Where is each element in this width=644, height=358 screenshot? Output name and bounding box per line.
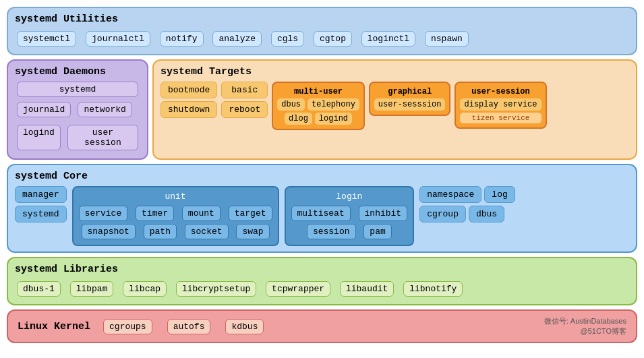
kernel-title: Linux Kernel [18, 321, 90, 332]
core-section: systemd Core manager systemd unit servic… [7, 164, 637, 253]
unit-box: unit service timer mount target snapshot… [72, 186, 279, 246]
lib-libnotify: libnotify [403, 281, 463, 297]
pill-notify: notify [160, 31, 204, 47]
login-pam: pam [363, 224, 391, 239]
multiuser-box: multi-user dbus telephony dlog logind [272, 82, 365, 130]
core-title: systemd Core [15, 171, 629, 182]
core-manager: manager [15, 186, 67, 203]
unit-label: unit [78, 191, 274, 202]
core-row: manager systemd unit service timer mount… [15, 186, 629, 246]
unit-mount: mount [182, 206, 221, 221]
target-dbus: dbus [277, 98, 305, 111]
lib-libaudit: libaudit [340, 281, 394, 297]
basic-col: bootmode shutdown [160, 82, 217, 118]
kernel-autofs: autofs [167, 319, 211, 334]
target-reboot: reboot [221, 101, 268, 118]
multiuser-row2: dlog logind [277, 113, 359, 125]
unit-path: path [144, 224, 177, 239]
daemons-section: systemd Daemons systemd journald network… [7, 59, 148, 160]
targets-grid: bootmode shutdown basic reboot multi-use… [160, 82, 629, 130]
utilities-pills: systemctl journalctl notify analyze cgls… [15, 29, 629, 49]
multiuser-row1: dbus telephony [277, 98, 359, 111]
utilities-section: systemd Utilities systemctl journalctl n… [7, 7, 637, 55]
unit-service: service [79, 206, 128, 221]
daemon-networkd: networkd [78, 102, 131, 117]
watermark: 微信号: AustinDatabases@51CTO博客 [544, 316, 626, 336]
targets-title: systemd Targets [160, 66, 629, 78]
pill-journalctl: journalctl [86, 31, 150, 47]
daemon-usersession: user session [67, 125, 138, 150]
pill-loginctl: loginctl [361, 31, 415, 47]
pill-analyze: analyze [212, 31, 262, 47]
core-right-col: namespace log cgroup dbus [419, 186, 515, 222]
core-right-row1: namespace log [419, 186, 515, 203]
kernel-cgroups: cgroups [103, 319, 152, 334]
daemons-targets-row: systemd Daemons systemd journald network… [7, 59, 637, 160]
graphical-inner: user-sesssion [374, 98, 446, 111]
pill-systemctl: systemctl [17, 31, 76, 47]
login-session: session [307, 224, 356, 239]
target-basic: basic [221, 82, 268, 98]
login-label: login [290, 191, 409, 202]
login-box: login multiseat inhibit session pam [285, 186, 415, 246]
lib-dbus1: dbus-1 [17, 281, 61, 297]
unit-socket: socket [185, 224, 229, 239]
graphical-label: graphical [374, 87, 446, 96]
display-service: display service [460, 98, 541, 111]
utilities-title: systemd Utilities [15, 13, 629, 25]
libraries-title: systemd Libraries [15, 264, 629, 275]
libraries-section: systemd Libraries dbus-1 libpam libcap l… [7, 257, 637, 305]
basic-col2: basic reboot [221, 82, 268, 118]
multiuser-label: multi-user [277, 87, 359, 96]
daemon-logind: logind [17, 125, 61, 150]
user-session-label: user-session [460, 87, 541, 96]
user-session-box: user-session display service tizen servi… [455, 82, 546, 129]
login-row2: session pam [290, 222, 409, 241]
login-inhibit: inhibit [359, 206, 408, 221]
pill-nspawn: nspawn [425, 31, 469, 47]
target-telephony: telephony [308, 98, 359, 111]
core-log: log [484, 186, 515, 203]
daemon-systemd: systemd [17, 82, 138, 97]
kernel-kdbus: kdbus [225, 319, 264, 334]
core-namespace: namespace [419, 186, 481, 203]
unit-timer: timer [136, 206, 174, 221]
login-row1: multiseat inhibit [290, 204, 409, 222]
daemons-title: systemd Daemons [15, 66, 140, 78]
targets-section: systemd Targets bootmode shutdown basic … [152, 59, 637, 160]
core-systemd: systemd [15, 206, 67, 222]
daemon-journald: journald [17, 102, 71, 117]
login-multiseat: multiseat [291, 206, 351, 221]
lib-libcap: libcap [123, 281, 167, 297]
core-right-row2: cgroup dbus [419, 206, 515, 222]
pill-cgls: cgls [271, 31, 304, 47]
pill-cgtop: cgtop [314, 31, 352, 47]
core-dbus: dbus [469, 206, 504, 222]
lib-libcryptsetup: libcryptsetup [176, 281, 256, 297]
unit-target: target [229, 206, 272, 221]
unit-row1: service timer mount target [78, 204, 274, 222]
libraries-pills: dbus-1 libpam libcap libcryptsetup tcpwr… [15, 279, 629, 299]
unit-snapshot: snapshot [82, 224, 136, 239]
graphical-box: graphical user-sesssion [369, 82, 451, 116]
target-logind: logind [315, 113, 352, 125]
lib-libpam: libpam [70, 281, 114, 297]
core-cgroup: cgroup [419, 206, 466, 222]
lib-tcpwrapper: tcpwrapper [266, 281, 330, 297]
kernel-section: Linux Kernel cgroups autofs kdbus 微信号: A… [7, 309, 637, 343]
unit-row2: snapshot path socket swap [78, 222, 274, 241]
target-dlog: dlog [285, 113, 312, 125]
core-left-col: manager systemd [15, 186, 67, 222]
tizen-service: tizen service [460, 113, 541, 123]
target-bootmode: bootmode [160, 82, 217, 98]
target-shutdown: shutdown [160, 101, 217, 118]
unit-swap: swap [236, 224, 269, 239]
